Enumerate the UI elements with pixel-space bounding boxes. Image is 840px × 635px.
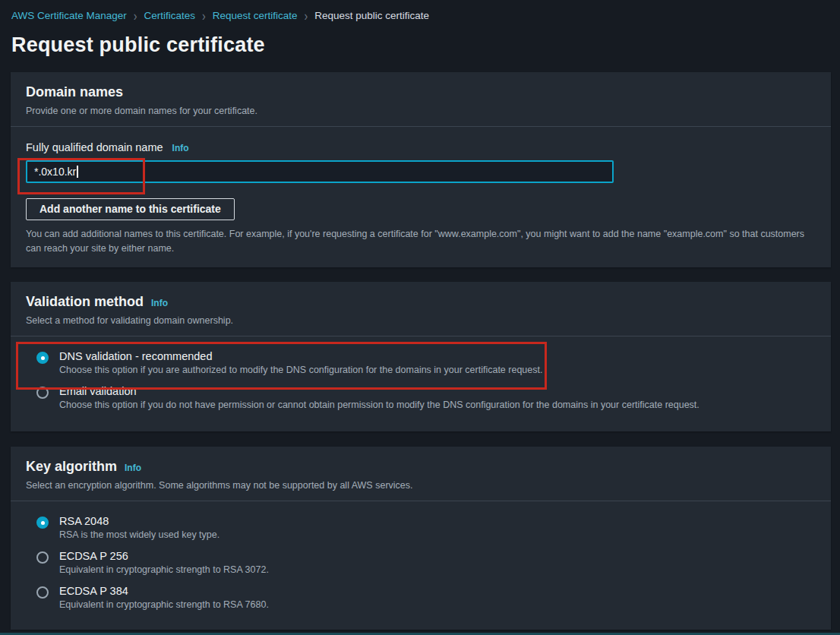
text-caret [77,166,78,178]
breadcrumb-current: Request public certificate [314,10,429,21]
key-algorithm-subtitle: Select an encryption algorithm. Some alg… [26,480,816,491]
breadcrumb: AWS Certificate Manager › Certificates ›… [11,10,429,21]
dns-validation-radio[interactable] [36,352,49,364]
ecdsa-p384-description: Equivalent in cryptographic strength to … [59,599,269,610]
domain-names-header: Domain names Provide one or more domain … [11,72,831,127]
validation-method-subtitle: Select a method for validating domain ow… [26,315,816,326]
ecdsa-p384-option[interactable]: ECDSA P 384 Equivalent in cryptographic … [26,580,816,615]
validation-method-header: Validation method Info Select a method f… [11,282,831,336]
validation-method-title: Validation method [26,294,144,310]
ecdsa-p384-radio[interactable] [36,586,49,599]
key-algorithm-header: Key algorithm Info Select an encryption … [11,447,831,501]
breadcrumb-separator-icon: › [202,9,206,23]
validation-method-panel: Validation method Info Select a method f… [11,282,831,431]
breadcrumb-link-request-certificate[interactable]: Request certificate [213,10,298,21]
validation-method-info-link[interactable]: Info [151,298,168,308]
fqdn-input[interactable]: *.0x10.kr [26,160,614,183]
breadcrumb-link-acm[interactable]: AWS Certificate Manager [11,10,127,21]
ecdsa-p256-radio[interactable] [36,551,49,564]
rsa-2048-radio[interactable] [36,517,49,529]
fqdn-input-value: *.0x10.kr [34,166,76,178]
domain-names-panel: Domain names Provide one or more domain … [11,72,831,267]
add-name-helper-text: You can add additional names to this cer… [26,227,816,257]
breadcrumb-link-certificates[interactable]: Certificates [144,10,195,21]
fqdn-info-link[interactable]: Info [172,143,189,153]
ecdsa-p256-description: Equivalent in cryptographic strength to … [59,564,269,575]
ecdsa-p256-option[interactable]: ECDSA P 256 Equivalent in cryptographic … [26,545,816,580]
email-validation-option[interactable]: Email validation Choose this option if y… [26,381,816,415]
email-validation-radio[interactable] [36,387,49,399]
key-algorithm-info-link[interactable]: Info [125,463,141,473]
email-validation-description: Choose this option if you do not have pe… [59,400,699,410]
breadcrumb-separator-icon: › [134,9,137,23]
domain-names-subtitle: Provide one or more domain names for you… [26,106,816,116]
ecdsa-p256-label: ECDSA P 256 [59,550,269,562]
page-title: Request public certificate [11,33,265,57]
breadcrumb-separator-icon: › [305,9,308,23]
rsa-2048-option[interactable]: RSA 2048 RSA is the most widely used key… [26,510,816,545]
rsa-2048-description: RSA is the most widely used key type. [59,529,219,540]
fqdn-label: Fully qualified domain name [26,141,163,153]
key-algorithm-panel: Key algorithm Info Select an encryption … [11,447,831,630]
dns-validation-label: DNS validation - recommended [59,350,542,362]
email-validation-label: Email validation [59,385,699,397]
ecdsa-p384-label: ECDSA P 384 [59,585,269,597]
key-algorithm-title: Key algorithm [26,459,117,475]
dns-validation-option[interactable]: DNS validation - recommended Choose this… [26,346,816,381]
add-another-name-button[interactable]: Add another name to this certificate [26,198,235,220]
domain-names-title: Domain names [26,84,123,100]
dns-validation-description: Choose this option if you are authorized… [59,365,542,375]
rsa-2048-label: RSA 2048 [59,515,219,527]
